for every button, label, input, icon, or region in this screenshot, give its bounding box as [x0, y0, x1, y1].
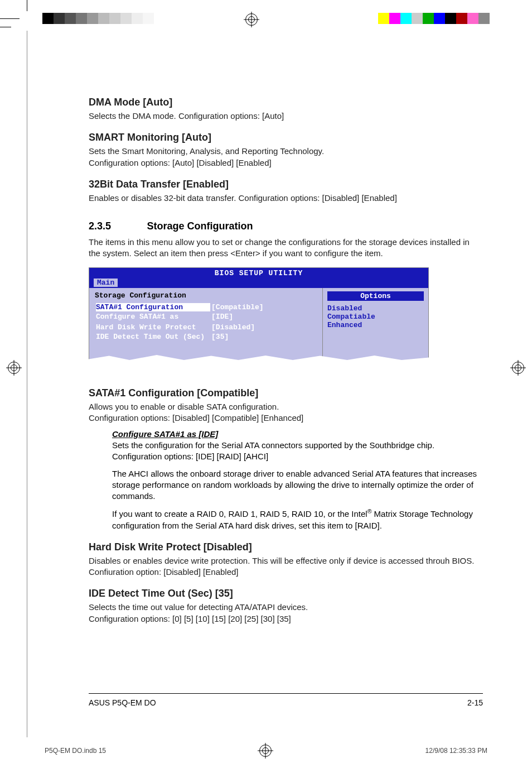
- bios-setting-label: Hard Disk Write Protect: [96, 323, 210, 332]
- bios-setting-value: [Compatible]: [211, 303, 269, 311]
- swatch: [412, 13, 423, 24]
- body-sata1: Allows you to enable or disable SATA con…: [89, 401, 483, 424]
- page-body: DMA Mode [Auto] Selects the DMA mode. Co…: [27, 31, 505, 737]
- registration-mark-left: [8, 362, 20, 374]
- bleed-file: P5Q-EM DO.indb 15: [45, 747, 106, 755]
- subitem-p3: If you want to create a RAID 0, RAID 1, …: [112, 507, 483, 531]
- swatch: [478, 13, 490, 24]
- swatch: [423, 13, 434, 24]
- bios-setting-row: SATA#1 Configuration[Compatible]: [96, 303, 269, 311]
- swatch: [456, 13, 467, 24]
- bios-right-pane: Options DisabledCompatiableEnhanced: [322, 288, 428, 364]
- bios-setting-row: IDE Detect Time Out (Sec)[35]: [96, 333, 269, 341]
- body-ide-timeout: Selects the time out value for detecting…: [89, 602, 483, 625]
- swatch: [165, 13, 176, 24]
- color-bar-color: [378, 13, 490, 24]
- registration-mark-bottom: [259, 745, 272, 757]
- swatch: [389, 13, 400, 24]
- bios-option: Enhanced: [327, 321, 424, 329]
- bios-options-list: DisabledCompatiableEnhanced: [327, 304, 424, 329]
- section-number: 2.3.5: [89, 220, 144, 232]
- bios-title: BIOS SETUP UTILITY: [89, 268, 428, 279]
- swatch: [467, 13, 478, 24]
- subitem-p1: Sets the configuration for the Serial AT…: [112, 440, 483, 463]
- registration-mark-right: [512, 362, 524, 374]
- subitem-configure-sata: Configure SATA#1 as [IDE] Sets the confi…: [112, 429, 483, 531]
- bleed-footer: P5Q-EM DO.indb 15 12/9/08 12:35:33 PM: [45, 745, 487, 757]
- swatch: [132, 13, 143, 24]
- swatch: [54, 13, 65, 24]
- body-dma-mode: Selects the DMA mode. Configuration opti…: [89, 111, 483, 122]
- bios-setting-value: [Disabled]: [211, 323, 269, 332]
- heading-smart: SMART Monitoring [Auto]: [89, 132, 483, 143]
- body-smart: Sets the Smart Monitoring, Analysis, and…: [89, 146, 483, 169]
- footer-page: 2-15: [467, 698, 483, 707]
- swatch: [109, 13, 120, 24]
- bios-tab-bar: Main: [89, 279, 428, 288]
- bios-setting-label: SATA#1 Configuration: [96, 303, 210, 311]
- bios-setting-label: IDE Detect Time Out (Sec): [96, 333, 210, 341]
- swatch: [434, 13, 445, 24]
- bleed-stamp: 12/9/08 12:35:33 PM: [425, 747, 487, 755]
- swatch: [65, 13, 76, 24]
- color-bar-grayscale: [42, 13, 210, 24]
- bios-option: Disabled: [327, 304, 424, 313]
- swatch: [199, 13, 210, 24]
- bios-setting-row: Configure SATA#1 as[IDE]: [96, 313, 269, 321]
- bios-tab-main: Main: [94, 279, 118, 287]
- swatch: [378, 13, 389, 24]
- subitem-title: Configure SATA#1 as [IDE]: [112, 429, 483, 439]
- section-heading: 2.3.5 Storage Configuration: [89, 220, 483, 232]
- heading-dma-mode: DMA Mode [Auto]: [89, 97, 483, 108]
- section-title: Storage Configuration: [147, 220, 253, 232]
- registration-mark-top: [245, 13, 258, 26]
- bios-option: Compatiable: [327, 313, 424, 321]
- section-intro: The items in this menu allow you to set …: [89, 237, 483, 260]
- crop-marks-top: [0, 0, 532, 28]
- swatch: [98, 13, 109, 24]
- bios-setting-row: Hard Disk Write Protect[Disabled]: [96, 323, 269, 332]
- bios-setting-label: Configure SATA#1 as: [96, 313, 210, 321]
- swatch: [445, 13, 456, 24]
- body-hdwp: Disables or enables device write protect…: [89, 555, 483, 578]
- bios-setting-value: [IDE]: [211, 313, 269, 321]
- swatch: [154, 13, 165, 24]
- swatch: [400, 13, 412, 24]
- subitem-p3a: If you want to create a RAID 0, RAID 1, …: [112, 509, 367, 519]
- bios-screenshot: BIOS SETUP UTILITY Main Storage Configur…: [89, 267, 429, 365]
- swatch: [143, 13, 154, 24]
- swatch: [42, 13, 54, 24]
- heading-sata1: SATA#1 Configuration [Compatible]: [89, 387, 483, 399]
- page-footer: ASUS P5Q-EM DO 2-15: [89, 693, 483, 707]
- swatch: [76, 13, 87, 24]
- bios-options-header: Options: [327, 291, 424, 301]
- subitem-p2: The AHCI allows the onboard storage driv…: [112, 468, 483, 502]
- swatch: [120, 13, 132, 24]
- bios-left-pane: Storage Configuration SATA#1 Configurati…: [89, 288, 322, 364]
- swatch: [187, 13, 199, 24]
- footer-product: ASUS P5Q-EM DO: [89, 698, 156, 707]
- body-32bit: Enables or disables 32-bit data transfer…: [89, 193, 483, 204]
- swatch: [176, 13, 187, 24]
- heading-32bit: 32Bit Data Transfer [Enabled]: [89, 179, 483, 190]
- bios-setting-value: [35]: [211, 333, 269, 341]
- bios-settings-table: SATA#1 Configuration[Compatible] Configu…: [95, 302, 270, 342]
- heading-hdwp: Hard Disk Write Protect [Disabled]: [89, 541, 483, 553]
- bios-pane-header: Storage Configuration: [95, 291, 317, 300]
- heading-ide-timeout: IDE Detect Time Out (Sec) [35]: [89, 588, 483, 599]
- swatch: [87, 13, 98, 24]
